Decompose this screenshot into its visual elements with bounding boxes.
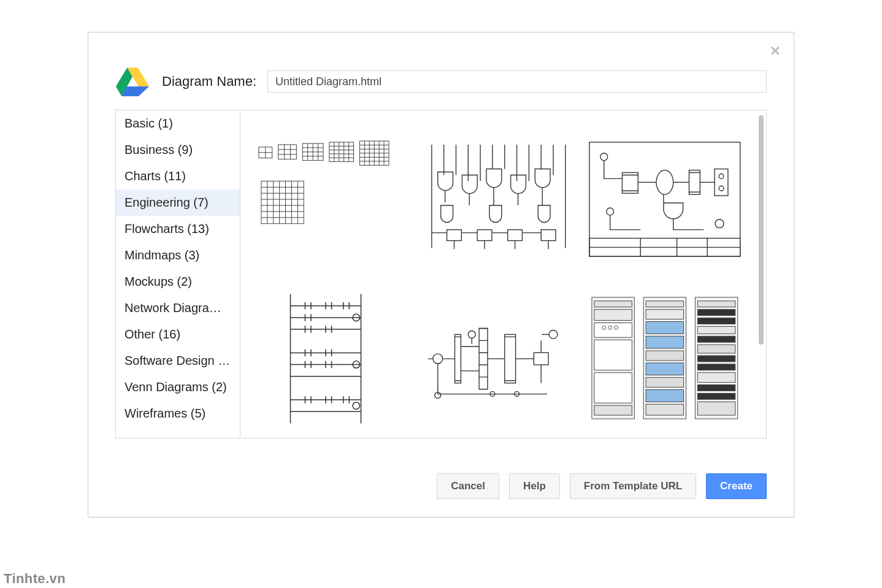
svg-rect-65 — [698, 345, 735, 353]
svg-rect-66 — [698, 356, 735, 362]
svg-rect-15 — [589, 142, 740, 256]
template-gallery — [240, 110, 767, 438]
svg-rect-53 — [646, 336, 683, 348]
svg-rect-41 — [594, 310, 632, 321]
category-item[interactable]: Business (9) — [116, 137, 240, 163]
svg-rect-71 — [698, 402, 735, 415]
svg-rect-63 — [698, 326, 735, 334]
svg-rect-11 — [447, 230, 461, 241]
diagram-name-label: Diagram Name: — [162, 74, 256, 90]
svg-point-28 — [353, 402, 359, 409]
gallery-scrollbar[interactable] — [759, 115, 764, 345]
template-engineering-server-racks[interactable] — [586, 288, 744, 429]
svg-point-32 — [468, 330, 475, 338]
watermark-text: Tinhte.vn — [4, 571, 66, 587]
svg-rect-18 — [623, 172, 638, 193]
category-item[interactable]: Mockups (2) — [116, 269, 240, 295]
template-engineering-piping[interactable] — [420, 288, 578, 429]
close-icon[interactable]: × — [767, 42, 784, 59]
svg-rect-47 — [594, 373, 632, 403]
svg-rect-34 — [504, 334, 515, 383]
svg-rect-50 — [646, 301, 683, 307]
svg-rect-64 — [698, 336, 735, 342]
svg-rect-57 — [646, 390, 683, 402]
svg-point-36 — [549, 330, 558, 338]
template-engineering-grids[interactable] — [253, 129, 411, 270]
category-item[interactable]: Charts (11) — [116, 163, 240, 189]
svg-rect-67 — [698, 364, 735, 370]
from-template-url-button[interactable]: From Template URL — [570, 473, 696, 499]
svg-rect-42 — [594, 323, 632, 338]
category-item[interactable]: Engineering (7) — [116, 189, 240, 216]
dialog-header: Diagram Name: — [115, 64, 767, 99]
diagram-name-input[interactable] — [267, 71, 767, 93]
svg-point-17 — [600, 153, 608, 161]
category-sidebar: Basic (1)Business (9)Charts (11)Engineer… — [115, 110, 240, 438]
template-engineering-ladder[interactable] — [253, 288, 411, 429]
template-engineering-process-flow[interactable] — [586, 129, 744, 270]
svg-rect-35 — [534, 353, 548, 365]
svg-rect-69 — [698, 385, 735, 391]
svg-point-25 — [607, 208, 614, 215]
svg-rect-55 — [646, 363, 683, 375]
category-item[interactable]: Wireframes (5) — [116, 400, 240, 427]
category-item[interactable]: Basic (1) — [116, 110, 240, 137]
svg-point-24 — [715, 220, 724, 228]
svg-rect-56 — [646, 378, 683, 388]
category-item[interactable]: Mindmaps (3) — [116, 242, 240, 269]
svg-rect-61 — [698, 310, 735, 316]
svg-rect-54 — [646, 351, 683, 361]
svg-rect-33 — [479, 328, 488, 389]
create-button[interactable]: Create — [706, 473, 767, 499]
svg-point-19 — [656, 170, 673, 194]
new-diagram-dialog: × Diagram Name: Basic (1)Business (9)Cha… — [88, 32, 794, 517]
svg-rect-12 — [477, 230, 492, 241]
template-engineering-circuit[interactable] — [420, 129, 578, 270]
category-item[interactable]: Flowcharts (13) — [116, 216, 240, 242]
svg-rect-31 — [454, 334, 461, 383]
svg-rect-58 — [646, 404, 683, 415]
svg-rect-51 — [646, 310, 683, 319]
svg-rect-48 — [594, 405, 632, 415]
svg-rect-14 — [541, 230, 556, 241]
svg-rect-60 — [698, 301, 735, 307]
svg-rect-20 — [689, 170, 700, 194]
svg-rect-13 — [507, 230, 522, 241]
svg-point-23 — [719, 186, 724, 191]
category-item[interactable]: Other (16) — [116, 321, 240, 348]
svg-point-29 — [432, 354, 442, 364]
svg-rect-70 — [698, 393, 735, 399]
help-button[interactable]: Help — [509, 473, 560, 499]
svg-point-22 — [719, 174, 724, 178]
svg-rect-46 — [594, 340, 632, 370]
svg-rect-40 — [594, 301, 632, 307]
dialog-footer: Cancel Help From Template URL Create — [88, 470, 794, 502]
category-item[interactable]: Software Design (… — [116, 348, 240, 374]
svg-rect-62 — [698, 318, 735, 324]
svg-rect-68 — [698, 373, 735, 383]
svg-rect-8 — [329, 142, 354, 162]
svg-rect-6 — [278, 145, 297, 159]
category-item[interactable]: Venn Diagrams (2) — [116, 374, 240, 400]
svg-rect-52 — [646, 322, 683, 334]
svg-rect-21 — [715, 169, 728, 196]
google-drive-icon — [115, 67, 150, 96]
cancel-button[interactable]: Cancel — [437, 473, 499, 499]
category-item[interactable]: Network Diagram… — [116, 295, 240, 321]
